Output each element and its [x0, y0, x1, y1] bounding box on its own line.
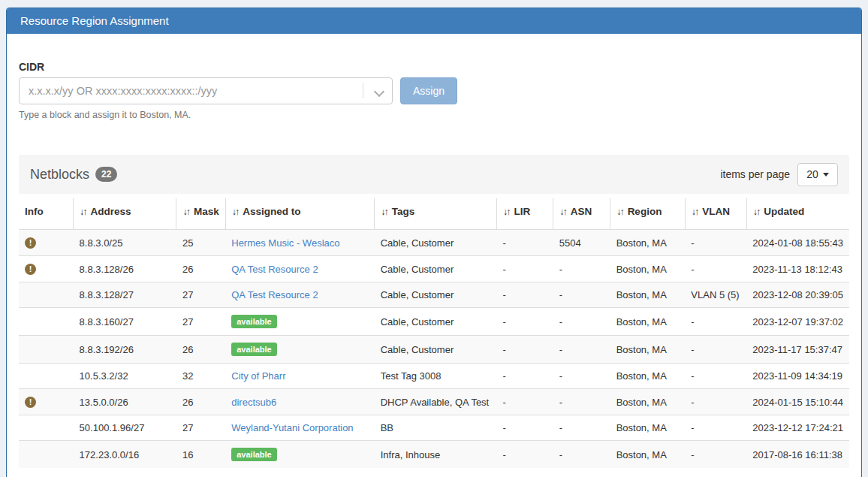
- available-badge: available: [231, 343, 276, 356]
- cell-updated: 2024-01-15 15:10:44: [746, 389, 849, 415]
- cidr-input[interactable]: [20, 78, 392, 104]
- cell-assigned-to: directsub6: [225, 389, 374, 415]
- assigned-to-link[interactable]: Hermes Music - Weslaco: [231, 237, 339, 249]
- cidr-help-text: Type a block and assign it to Boston, MA…: [19, 110, 849, 120]
- cell-vlan: -: [685, 415, 746, 441]
- cell-assigned-to: City of Pharr: [225, 364, 374, 389]
- assigned-to-link[interactable]: Weyland-Yutani Corporation: [231, 422, 353, 433]
- netblocks-count-badge: 22: [95, 167, 117, 182]
- cell-assigned-to: available: [225, 308, 374, 336]
- table-row: 172.23.0.0/1616availableInfra, Inhouse--…: [19, 441, 849, 469]
- cell-address: 172.23.0.0/16: [74, 441, 176, 469]
- cell-asn: -: [553, 308, 610, 336]
- cell-address: 8.8.3.160/27: [74, 308, 176, 336]
- assigned-to-link[interactable]: directsub6: [231, 397, 276, 408]
- column-header-vlan[interactable]: ↓↑VLAN: [685, 198, 746, 230]
- cell-mask: 26: [176, 336, 225, 364]
- cell-tags: Cable, Customer: [375, 336, 497, 364]
- cell-tags: BB: [375, 415, 497, 441]
- column-header-region[interactable]: ↓↑Region: [610, 198, 686, 230]
- cell-tags: Cable, Customer: [375, 230, 497, 256]
- sort-icon: ↓↑: [559, 207, 566, 217]
- cell-tags: DHCP Available, QA Test: [375, 389, 497, 415]
- table-row: !13.5.0.0/2626directsub6DHCP Available, …: [19, 389, 849, 415]
- sort-icon: ↓↑: [381, 207, 387, 217]
- cell-mask: 26: [176, 256, 225, 282]
- warning-icon[interactable]: !: [25, 237, 36, 249]
- column-header-info: Info: [19, 198, 74, 230]
- cell-vlan: -: [685, 256, 746, 282]
- cell-vlan: -: [685, 441, 746, 469]
- assigned-to-link[interactable]: QA Test Resource 2: [231, 264, 318, 275]
- sort-icon: ↓↑: [692, 207, 698, 217]
- cell-region: Boston, MA: [610, 256, 686, 282]
- column-header-tags[interactable]: ↓↑Tags: [375, 198, 497, 230]
- warning-icon[interactable]: !: [25, 397, 36, 408]
- cell-mask: 27: [176, 282, 225, 308]
- cell-address: 50.100.1.96/27: [74, 415, 176, 441]
- column-header-assigned-to[interactable]: ↓↑Assigned to: [225, 198, 374, 230]
- cell-lir: -: [497, 308, 553, 336]
- column-header-mask[interactable]: ↓↑Mask: [176, 198, 225, 230]
- cell-lir: -: [497, 441, 553, 469]
- cell-info: [19, 336, 74, 364]
- page-size-value: 20: [806, 168, 818, 180]
- cell-region: Boston, MA: [610, 230, 686, 256]
- cell-tags: Cable, Customer: [375, 282, 497, 308]
- cell-address: 8.8.3.128/26: [74, 256, 176, 282]
- column-header-asn[interactable]: ↓↑ASN: [553, 198, 610, 230]
- chevron-down-icon[interactable]: [375, 88, 383, 95]
- sort-icon: ↓↑: [232, 207, 239, 217]
- cell-lir: -: [497, 389, 553, 415]
- assigned-to-link[interactable]: QA Test Resource 2: [231, 289, 318, 300]
- cell-assigned-to: QA Test Resource 2: [225, 282, 374, 308]
- available-badge: available: [231, 315, 276, 328]
- assign-button[interactable]: Assign: [400, 77, 457, 104]
- cell-mask: 26: [176, 389, 225, 415]
- assigned-to-link[interactable]: City of Pharr: [231, 370, 285, 382]
- cell-mask: 16: [176, 441, 225, 469]
- cell-asn: -: [553, 336, 610, 364]
- cell-asn: -: [553, 282, 610, 308]
- cell-updated: 2017-08-16 16:11:38: [746, 441, 849, 469]
- table-row: 50.100.1.96/2727Weyland-Yutani Corporati…: [19, 415, 849, 441]
- panel-title: Resource Region Assignment: [7, 8, 861, 34]
- sort-icon: ↓↑: [182, 207, 189, 217]
- netblocks-header-bar: Netblocks 22 items per page 20: [19, 155, 849, 194]
- cell-info: [19, 441, 74, 469]
- table-row: 8.8.3.160/2727availableCable, Customer--…: [19, 308, 849, 336]
- table-row: 10.5.3.2/3232City of PharrTest Tag 3008-…: [19, 364, 849, 389]
- cell-assigned-to: Weyland-Yutani Corporation: [225, 415, 374, 441]
- cell-address: 10.5.3.2/32: [74, 364, 176, 389]
- cell-asn: -: [553, 415, 610, 441]
- cell-region: Boston, MA: [610, 336, 686, 364]
- cell-lir: -: [497, 230, 553, 256]
- cell-info: !: [19, 256, 74, 282]
- cell-lir: -: [497, 336, 553, 364]
- cidr-input-group: [19, 77, 393, 104]
- cell-tags: Cable, Customer: [375, 256, 497, 282]
- page-size-select[interactable]: 20: [797, 163, 838, 186]
- cell-info: [19, 415, 74, 441]
- column-header-lir[interactable]: ↓↑LIR: [497, 198, 553, 230]
- cell-info: [19, 364, 74, 389]
- cell-assigned-to: available: [225, 441, 374, 469]
- column-header-updated[interactable]: ↓↑Updated: [746, 198, 849, 230]
- column-header-address[interactable]: ↓↑Address: [74, 198, 176, 230]
- cidr-form-row: Assign: [19, 77, 849, 104]
- warning-icon[interactable]: !: [25, 264, 36, 275]
- cell-asn: 5504: [553, 230, 610, 256]
- column-label: Assigned to: [243, 206, 300, 217]
- column-label: Updated: [764, 206, 804, 217]
- cell-info: !: [19, 230, 74, 256]
- netblocks-table: Info↓↑Address↓↑Mask↓↑Assigned to↓↑Tags↓↑…: [19, 198, 849, 468]
- column-label: Info: [25, 206, 44, 217]
- cell-region: Boston, MA: [610, 441, 686, 469]
- table-header-row: Info↓↑Address↓↑Mask↓↑Assigned to↓↑Tags↓↑…: [19, 198, 849, 230]
- sort-icon: ↓↑: [503, 207, 510, 217]
- column-label: VLAN: [702, 206, 730, 217]
- column-label: Region: [628, 206, 662, 217]
- cell-updated: 2024-01-08 18:55:43: [746, 230, 849, 256]
- cell-address: 8.8.3.192/26: [74, 336, 176, 364]
- cell-assigned-to: available: [225, 336, 374, 364]
